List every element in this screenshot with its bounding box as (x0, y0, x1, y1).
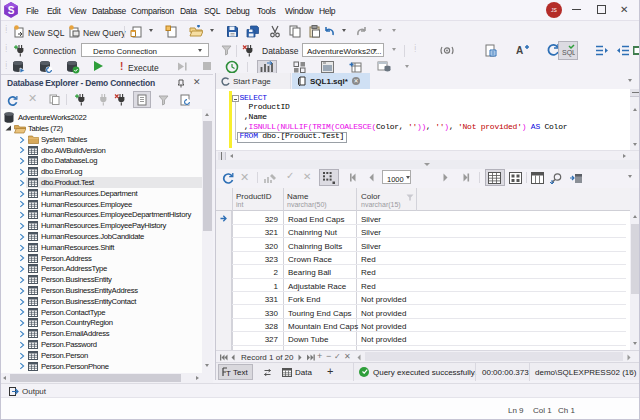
svg-text:A: A (516, 45, 523, 56)
svg-text:T: T (226, 369, 231, 377)
svg-text:S: S (8, 5, 15, 16)
svg-text:SQL: SQL (562, 49, 575, 57)
